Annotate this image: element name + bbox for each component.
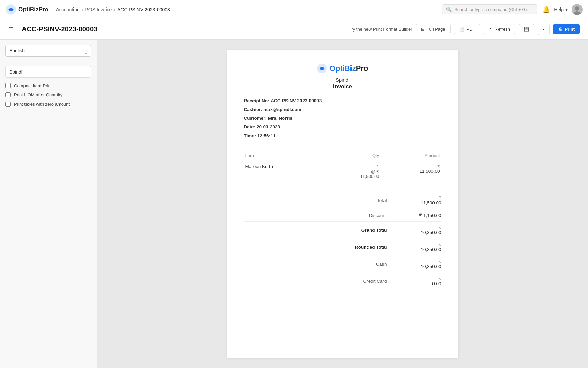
save-icon: 💾 — [524, 27, 529, 32]
item-amount-symbol: ₹ — [382, 164, 440, 169]
invoice-logo: OptiBizPro — [244, 63, 441, 74]
customer-value: Mrs. Norris — [268, 116, 292, 121]
compact-item-print-checkbox[interactable] — [5, 83, 11, 88]
qty-col-header: Qty — [324, 150, 381, 161]
invoice-meta: Receipt No: ACC-PSINV-2023-00003 Cashier… — [244, 96, 441, 140]
app-logo[interactable]: OptiBizPro — [5, 4, 48, 15]
subheader: ☰ ACC-PSINV-2023-00003 Try the new Print… — [0, 19, 588, 40]
table-header-row: Item Qty Amount — [244, 150, 441, 161]
date-label: Date: — [244, 124, 256, 129]
print-uom-option[interactable]: Print UOM after Quantity — [5, 92, 91, 97]
total-row-rounded-total: Rounded Total ₹ 10,350.00 — [244, 239, 441, 256]
help-label: Help — [554, 7, 564, 12]
invoice-items-table: Item Qty Amount Maroon Kurta 1 @ ₹ 11,50… — [244, 150, 441, 182]
svg-point-1 — [9, 8, 13, 11]
cash-value: ₹ 10,350.00 — [407, 259, 441, 269]
item-rate-cell: @ ₹ 11,500.00 — [325, 169, 379, 179]
invoice-totals: Total ₹ 11,500.00 Discount ₹ 1,150.00 Gr… — [244, 192, 441, 290]
cash-label: Cash — [339, 262, 387, 267]
more-options-button[interactable]: ··· — [538, 24, 550, 35]
breadcrumb-invoice-id: ACC-PSINV-2023-00003 — [117, 7, 170, 12]
print-taxes-checkbox[interactable] — [5, 102, 11, 107]
date-row: Date: 20-03-2023 — [244, 123, 441, 132]
receipt-no-row: Receipt No: ACC-PSINV-2023-00003 — [244, 96, 441, 105]
rounded-total-value: ₹ 10,350.00 — [407, 242, 441, 252]
invoice-card: OptiBizPro Spindl Invoice Receipt No: AC… — [227, 50, 458, 358]
amount-col-header: Amount — [380, 150, 441, 161]
search-bar[interactable]: 🔍 Search or type a command (Ctrl + G) — [442, 4, 537, 14]
item-qty-cell: 1 @ ₹ 11,500.00 — [324, 161, 381, 182]
item-amount-cell: ₹ 11,500.00 — [380, 161, 441, 182]
print-uom-checkbox[interactable] — [5, 92, 11, 97]
language-select[interactable]: English — [5, 45, 91, 57]
save-button[interactable]: 💾 — [519, 24, 534, 34]
rounded-total-label: Rounded Total — [339, 245, 387, 250]
logo-icon — [5, 4, 16, 15]
search-placeholder: Search or type a command (Ctrl + G) — [454, 7, 527, 12]
discount-label: Discount — [339, 213, 387, 218]
total-row-credit-card: Credit Card ₹ 0.00 — [244, 273, 441, 290]
item-name-cell: Maroon Kurta — [244, 161, 324, 182]
grand-total-value: ₹ 10,350.00 — [407, 225, 441, 235]
breadcrumb-sep-3: › — [114, 7, 115, 12]
compact-item-print-option[interactable]: Compact Item Print — [5, 83, 91, 88]
company-name-display: Spindl — [5, 66, 91, 78]
svg-point-6 — [320, 67, 323, 70]
subheader-actions: Try the new Print Format Builder ⊞ Full … — [349, 24, 580, 35]
receipt-no-value: ACC-PSINV-2023-00003 — [271, 98, 322, 103]
breadcrumb-pos-invoice[interactable]: POS Invoice — [85, 7, 112, 12]
print-taxes-label: Print taxes with zero amount — [14, 102, 70, 107]
user-avatar[interactable] — [572, 4, 583, 15]
avatar-image — [572, 4, 583, 15]
date-value: 20-03-2023 — [257, 124, 280, 129]
item-amount-value: 11,500.00 — [419, 169, 440, 174]
refresh-icon: ↻ — [489, 27, 493, 32]
invoice-company-name: Spindl — [244, 77, 441, 83]
pdf-icon: 📄 — [459, 27, 464, 32]
item-col-header: Item — [244, 150, 324, 161]
cashier-row: Cashier: max@spindl.com — [244, 105, 441, 114]
cashier-label: Cashier: — [244, 107, 262, 112]
print-taxes-option[interactable]: Print taxes with zero amount — [5, 102, 91, 107]
total-value: ₹ 11,500.00 — [407, 196, 441, 205]
time-row: Time: 12:56:11 — [244, 132, 441, 140]
receipt-no-label: Receipt No: — [244, 98, 270, 103]
sidebar: English ⌄ Spindl Compact Item Print Prin… — [0, 40, 97, 368]
total-row-discount: Discount ₹ 1,150.00 — [244, 209, 441, 222]
table-row: Maroon Kurta 1 @ ₹ 11,500.00 ₹ 11,500.00 — [244, 161, 441, 182]
discount-value: ₹ 1,150.00 — [407, 213, 441, 218]
credit-card-value: ₹ 0.00 — [407, 276, 441, 286]
navbar: OptiBizPro › Accounting › POS Invoice › … — [0, 0, 588, 19]
page-title: ACC-PSINV-2023-00003 — [22, 25, 97, 33]
print-format-text: Try the new Print Format Builder — [349, 27, 412, 32]
language-select-wrapper: English ⌄ — [5, 45, 91, 61]
invoice-logo-icon — [317, 63, 327, 74]
breadcrumb-sep-2: › — [82, 7, 83, 12]
help-chevron-icon: ▾ — [565, 7, 568, 12]
breadcrumb-accounting[interactable]: Accounting — [56, 7, 80, 12]
help-menu[interactable]: Help ▾ — [554, 7, 568, 12]
full-page-button[interactable]: ⊞ Full Page — [416, 24, 451, 34]
breadcrumb: › Accounting › POS Invoice › ACC-PSINV-2… — [52, 7, 170, 12]
grand-total-label: Grand Total — [339, 228, 387, 233]
notification-bell-icon[interactable]: 🔔 — [542, 6, 550, 13]
total-row-cash: Cash ₹ 10,350.00 — [244, 256, 441, 273]
menu-icon[interactable]: ☰ — [8, 26, 14, 33]
content-area: OptiBizPro Spindl Invoice Receipt No: AC… — [97, 40, 588, 368]
print-uom-label: Print UOM after Quantity — [14, 92, 62, 97]
full-page-icon: ⊞ — [421, 27, 425, 32]
more-icon: ··· — [541, 26, 546, 32]
invoice-logo-text: OptiBizPro — [330, 64, 369, 73]
pdf-button[interactable]: 📄 PDF — [454, 24, 480, 34]
print-button[interactable]: 🖨 Print — [553, 24, 580, 34]
invoice-header: OptiBizPro Spindl Invoice — [244, 63, 441, 90]
total-row-total: Total ₹ 11,500.00 — [244, 192, 441, 209]
svg-point-3 — [575, 6, 579, 11]
customer-row: Customer: Mrs. Norris — [244, 114, 441, 123]
refresh-button[interactable]: ↻ Refresh — [484, 24, 516, 34]
main-layout: English ⌄ Spindl Compact Item Print Prin… — [0, 40, 588, 368]
total-label: Total — [339, 198, 387, 203]
invoice-title: Invoice — [244, 83, 441, 90]
total-row-grand-total: Grand Total ₹ 10,350.00 — [244, 222, 441, 239]
time-value: 12:56:11 — [257, 133, 276, 138]
